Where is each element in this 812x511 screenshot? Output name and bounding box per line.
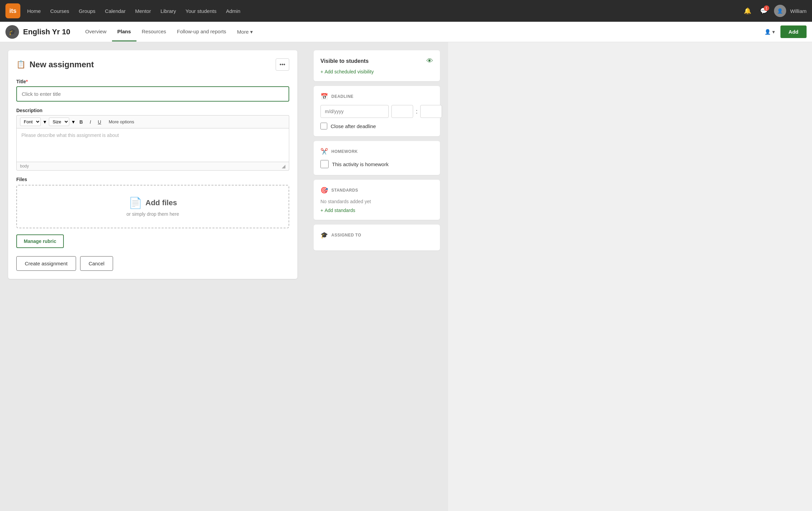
tab-followup[interactable]: Follow-up and reports: [171, 22, 232, 41]
avatar[interactable]: 👤: [774, 5, 786, 17]
graduation-icon: 🎓: [8, 28, 16, 36]
files-section: Files 📄 Add files or simply drop them he…: [16, 177, 289, 228]
assignment-header: 📋 New assignment •••: [16, 58, 289, 71]
nav-courses[interactable]: Courses: [46, 5, 73, 17]
top-nav-links: Home Courses Groups Calendar Mentor Libr…: [23, 5, 739, 17]
cancel-button[interactable]: Cancel: [80, 256, 113, 271]
font-selector[interactable]: Font: [20, 118, 41, 126]
plus-icon-2: +: [320, 208, 323, 213]
files-label: Files: [16, 177, 289, 182]
tab-plans[interactable]: Plans: [112, 22, 136, 41]
assigned-to-title: ASSIGNED TO: [331, 233, 361, 237]
hour-input[interactable]: 23: [391, 105, 413, 118]
description-placeholder: Please describe what this assignment is …: [21, 133, 119, 138]
assigned-to-icon: 🎓: [320, 231, 328, 239]
title-input[interactable]: [16, 86, 289, 102]
messages-icon-btn[interactable]: 💬 1: [758, 5, 770, 17]
nav-calendar[interactable]: Calendar: [101, 5, 130, 17]
add-visibility-link[interactable]: + Add scheduled visibility: [320, 69, 433, 74]
date-input[interactable]: [320, 105, 389, 118]
close-after-deadline-checkbox[interactable]: [320, 123, 327, 129]
more-options-btn[interactable]: More options: [106, 118, 137, 126]
user-name[interactable]: William: [790, 8, 807, 14]
close-after-deadline-row: Close after deadline: [320, 123, 433, 129]
description-field: Description Font ▾ Size ▾ B I U More opt…: [16, 108, 289, 171]
add-standards-link[interactable]: + Add standards: [320, 208, 433, 213]
course-title: English Yr 10: [23, 28, 70, 36]
nav-library[interactable]: Library: [156, 5, 180, 17]
homework-title: HOMEWORK: [331, 149, 358, 154]
tab-resources[interactable]: Resources: [136, 22, 172, 41]
course-logo: 🎓: [5, 25, 19, 39]
editor-toolbar: Font ▾ Size ▾ B I U More options: [16, 115, 289, 128]
visible-row: Visible to students 👁: [320, 57, 433, 65]
course-nav-right: 👤 ▾ Add: [762, 25, 807, 38]
assignment-icon: 📋: [16, 60, 25, 69]
nav-groups[interactable]: Groups: [75, 5, 99, 17]
app-logo: its: [5, 3, 20, 18]
description-editor[interactable]: Please describe what this assignment is …: [16, 128, 289, 162]
drop-hint: or simply drop them here: [28, 211, 278, 217]
deadline-section: 📅 DEADLINE 23 : 59 Close after deadline: [314, 86, 440, 136]
add-files-area: 📄 Add files: [28, 196, 278, 209]
tab-more[interactable]: More ▾: [232, 22, 258, 41]
bell-icon: 🔔: [744, 7, 751, 15]
top-navigation: its Home Courses Groups Calendar Mentor …: [0, 0, 812, 22]
standards-title: STANDARDS: [331, 188, 358, 193]
nav-your-students[interactable]: Your students: [182, 5, 221, 17]
description-label: Description: [16, 108, 289, 113]
assignment-card: 📋 New assignment ••• Title* Description …: [8, 50, 297, 279]
page-title: New assignment: [30, 60, 276, 69]
avatar-image: 👤: [777, 8, 783, 14]
course-tabs: Overview Plans Resources Follow-up and r…: [80, 22, 762, 41]
create-assignment-button[interactable]: Create assignment: [16, 256, 76, 271]
left-panel: 📋 New assignment ••• Title* Description …: [0, 42, 306, 511]
standards-icon: 🎯: [320, 187, 328, 194]
top-nav-right: 🔔 💬 1 👤 William: [741, 5, 807, 17]
size-dropdown-icon: ▾: [72, 119, 75, 125]
user-menu[interactable]: 👤 ▾: [762, 26, 778, 38]
main-content: 📋 New assignment ••• Title* Description …: [0, 42, 812, 511]
tab-overview[interactable]: Overview: [80, 22, 112, 41]
standards-section: 🎯 STANDARDS No standards added yet + Add…: [314, 180, 440, 220]
bold-button[interactable]: B: [77, 119, 85, 125]
font-dropdown-icon: ▾: [43, 119, 46, 125]
assigned-to-header: 🎓 ASSIGNED TO: [320, 231, 433, 239]
homework-checkbox-row: This activity is homework: [320, 160, 433, 168]
no-standards-text: No standards added yet: [320, 199, 433, 204]
minute-input[interactable]: 59: [420, 105, 442, 118]
message-badge: 1: [764, 5, 769, 11]
resize-handle[interactable]: ◢: [282, 163, 285, 169]
ellipsis-icon: •••: [280, 61, 285, 68]
italic-button[interactable]: I: [88, 119, 93, 125]
visibility-section: Visible to students 👁 + Add scheduled vi…: [314, 50, 440, 81]
body-label: body: [20, 164, 29, 169]
homework-checkbox[interactable]: [320, 160, 329, 168]
files-dropzone[interactable]: 📄 Add files or simply drop them here: [16, 185, 289, 228]
nav-mentor[interactable]: Mentor: [131, 5, 155, 17]
title-label: Title*: [16, 79, 289, 84]
underline-button[interactable]: U: [96, 119, 103, 125]
user-circle-icon: 👤: [764, 29, 771, 35]
deadline-inputs: 23 : 59: [320, 105, 433, 118]
standards-header: 🎯 STANDARDS: [320, 187, 433, 194]
file-icon: 📄: [129, 196, 142, 209]
nav-admin[interactable]: Admin: [222, 5, 245, 17]
close-after-deadline-label: Close after deadline: [331, 123, 376, 129]
manage-rubric-button[interactable]: Manage rubric: [16, 234, 64, 248]
eye-icon: 👁: [426, 57, 433, 65]
homework-header: ✂️ HOMEWORK: [320, 148, 433, 155]
homework-checkbox-label: This activity is homework: [332, 161, 389, 167]
course-navigation: 🎓 English Yr 10 Overview Plans Resources…: [0, 22, 812, 42]
title-field: Title*: [16, 79, 289, 108]
chevron-down-icon-2: ▾: [772, 29, 775, 35]
more-options-button[interactable]: •••: [276, 58, 289, 71]
calendar-icon: 📅: [320, 93, 328, 100]
notifications-bell[interactable]: 🔔: [741, 5, 754, 17]
size-selector[interactable]: Size: [49, 118, 69, 126]
deadline-header: 📅 DEADLINE: [320, 93, 433, 100]
plus-icon: +: [320, 69, 323, 74]
nav-home[interactable]: Home: [23, 5, 45, 17]
homework-icon: ✂️: [320, 148, 328, 155]
add-button[interactable]: Add: [780, 25, 807, 38]
